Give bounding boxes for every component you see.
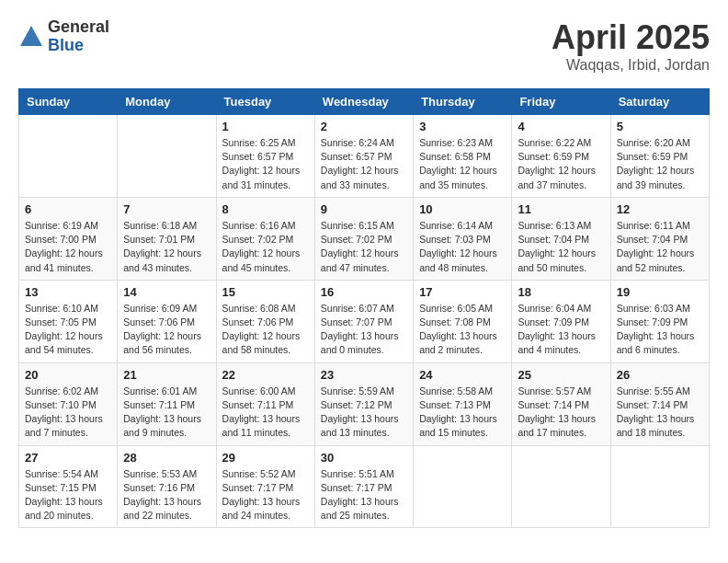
calendar-cell: 9Sunrise: 6:15 AM Sunset: 7:02 PM Daylig… [314, 197, 413, 280]
day-number: 28 [123, 451, 210, 465]
week-row-3: 13Sunrise: 6:10 AM Sunset: 7:05 PM Dayli… [19, 280, 710, 362]
day-number: 1 [222, 120, 309, 133]
week-row-4: 20Sunrise: 6:02 AM Sunset: 7:10 PM Dayli… [19, 362, 710, 445]
day-info: Sunrise: 6:03 AM Sunset: 7:09 PM Dayligh… [617, 302, 703, 358]
day-info: Sunrise: 6:00 AM Sunset: 7:11 PM Dayligh… [222, 385, 309, 441]
day-info: Sunrise: 6:05 AM Sunset: 7:08 PM Dayligh… [419, 302, 506, 358]
day-number: 16 [321, 285, 407, 299]
day-info: Sunrise: 6:19 AM Sunset: 7:00 PM Dayligh… [25, 219, 111, 275]
day-info: Sunrise: 6:23 AM Sunset: 6:58 PM Dayligh… [419, 136, 506, 192]
day-number: 5 [617, 120, 703, 133]
day-info: Sunrise: 6:09 AM Sunset: 7:06 PM Dayligh… [123, 302, 210, 358]
day-info: Sunrise: 6:24 AM Sunset: 6:57 PM Dayligh… [321, 136, 407, 192]
day-info: Sunrise: 6:14 AM Sunset: 7:03 PM Dayligh… [419, 219, 506, 275]
calendar-table: SundayMondayTuesdayWednesdayThursdayFrid… [18, 88, 710, 528]
calendar-cell: 22Sunrise: 6:00 AM Sunset: 7:11 PM Dayli… [216, 362, 314, 445]
day-info: Sunrise: 6:11 AM Sunset: 7:04 PM Dayligh… [617, 219, 703, 275]
weekday-header-saturday: Saturday [610, 89, 709, 115]
day-number: 17 [419, 285, 506, 299]
logo: General Blue [18, 18, 109, 55]
calendar-cell: 1Sunrise: 6:25 AM Sunset: 6:57 PM Daylig… [216, 115, 314, 198]
calendar-cell [512, 445, 610, 528]
day-info: Sunrise: 6:18 AM Sunset: 7:01 PM Dayligh… [123, 219, 210, 275]
day-info: Sunrise: 5:51 AM Sunset: 7:17 PM Dayligh… [321, 467, 407, 523]
page-container: General Blue April 2025 Waqqas, Irbid, J… [18, 18, 710, 528]
calendar-cell: 13Sunrise: 6:10 AM Sunset: 7:05 PM Dayli… [19, 280, 118, 362]
day-number: 24 [419, 368, 506, 382]
logo-icon [18, 24, 44, 50]
day-number: 14 [123, 285, 210, 299]
weekday-header-thursday: Thursday [414, 89, 512, 115]
day-info: Sunrise: 6:22 AM Sunset: 6:59 PM Dayligh… [518, 136, 604, 192]
calendar-cell: 19Sunrise: 6:03 AM Sunset: 7:09 PM Dayli… [610, 280, 709, 362]
day-info: Sunrise: 6:07 AM Sunset: 7:07 PM Dayligh… [321, 302, 407, 358]
weekday-header-wednesday: Wednesday [314, 89, 413, 115]
day-number: 2 [321, 120, 407, 133]
day-number: 22 [222, 368, 309, 382]
header: General Blue April 2025 Waqqas, Irbid, J… [18, 18, 710, 74]
day-number: 23 [321, 368, 407, 382]
day-number: 21 [123, 368, 210, 382]
calendar-cell: 28Sunrise: 5:53 AM Sunset: 7:16 PM Dayli… [118, 445, 216, 528]
day-number: 4 [518, 120, 604, 133]
calendar-cell: 24Sunrise: 5:58 AM Sunset: 7:13 PM Dayli… [414, 362, 512, 445]
day-info: Sunrise: 5:53 AM Sunset: 7:16 PM Dayligh… [123, 467, 210, 523]
calendar-cell [414, 445, 512, 528]
day-number: 19 [617, 285, 703, 299]
logo-text: General Blue [48, 18, 109, 55]
calendar-cell: 3Sunrise: 6:23 AM Sunset: 6:58 PM Daylig… [414, 115, 512, 198]
day-number: 30 [321, 451, 407, 465]
calendar-subtitle: Waqqas, Irbid, Jordan [552, 57, 710, 74]
weekday-header-sunday: Sunday [19, 89, 118, 115]
calendar-cell: 26Sunrise: 5:55 AM Sunset: 7:14 PM Dayli… [610, 362, 709, 445]
logo-blue-text: Blue [48, 37, 109, 55]
calendar-cell: 30Sunrise: 5:51 AM Sunset: 7:17 PM Dayli… [314, 445, 413, 528]
day-number: 12 [617, 202, 703, 216]
calendar-cell: 25Sunrise: 5:57 AM Sunset: 7:14 PM Dayli… [512, 362, 610, 445]
weekday-header-row: SundayMondayTuesdayWednesdayThursdayFrid… [19, 89, 710, 115]
day-info: Sunrise: 5:52 AM Sunset: 7:17 PM Dayligh… [222, 467, 309, 523]
day-info: Sunrise: 6:01 AM Sunset: 7:11 PM Dayligh… [123, 385, 210, 441]
calendar-cell: 29Sunrise: 5:52 AM Sunset: 7:17 PM Dayli… [216, 445, 314, 528]
calendar-cell: 27Sunrise: 5:54 AM Sunset: 7:15 PM Dayli… [19, 445, 118, 528]
day-number: 10 [419, 202, 506, 216]
day-info: Sunrise: 5:54 AM Sunset: 7:15 PM Dayligh… [25, 467, 111, 523]
day-info: Sunrise: 6:15 AM Sunset: 7:02 PM Dayligh… [321, 219, 407, 275]
calendar-cell: 21Sunrise: 6:01 AM Sunset: 7:11 PM Dayli… [118, 362, 216, 445]
day-number: 3 [419, 120, 506, 133]
day-number: 18 [518, 285, 604, 299]
week-row-1: 1Sunrise: 6:25 AM Sunset: 6:57 PM Daylig… [19, 115, 710, 198]
calendar-cell [610, 445, 709, 528]
calendar-body: 1Sunrise: 6:25 AM Sunset: 6:57 PM Daylig… [19, 115, 710, 528]
logo-general-text: General [48, 18, 109, 37]
day-info: Sunrise: 5:57 AM Sunset: 7:14 PM Dayligh… [518, 385, 604, 441]
day-info: Sunrise: 5:55 AM Sunset: 7:14 PM Dayligh… [617, 385, 703, 441]
day-info: Sunrise: 6:25 AM Sunset: 6:57 PM Dayligh… [222, 136, 309, 192]
calendar-cell: 20Sunrise: 6:02 AM Sunset: 7:10 PM Dayli… [19, 362, 118, 445]
calendar-cell: 4Sunrise: 6:22 AM Sunset: 6:59 PM Daylig… [512, 115, 610, 198]
svg-marker-0 [20, 26, 42, 46]
calendar-title: April 2025 [552, 18, 710, 57]
calendar-cell: 11Sunrise: 6:13 AM Sunset: 7:04 PM Dayli… [512, 197, 610, 280]
week-row-5: 27Sunrise: 5:54 AM Sunset: 7:15 PM Dayli… [19, 445, 710, 528]
calendar-cell: 5Sunrise: 6:20 AM Sunset: 6:59 PM Daylig… [610, 115, 709, 198]
day-info: Sunrise: 6:10 AM Sunset: 7:05 PM Dayligh… [25, 302, 111, 358]
calendar-cell: 7Sunrise: 6:18 AM Sunset: 7:01 PM Daylig… [118, 197, 216, 280]
calendar-cell [19, 115, 118, 198]
day-info: Sunrise: 6:04 AM Sunset: 7:09 PM Dayligh… [518, 302, 604, 358]
day-info: Sunrise: 6:16 AM Sunset: 7:02 PM Dayligh… [222, 219, 309, 275]
day-info: Sunrise: 6:08 AM Sunset: 7:06 PM Dayligh… [222, 302, 309, 358]
calendar-cell: 23Sunrise: 5:59 AM Sunset: 7:12 PM Dayli… [314, 362, 413, 445]
calendar-cell [118, 115, 216, 198]
day-info: Sunrise: 5:59 AM Sunset: 7:12 PM Dayligh… [321, 385, 407, 441]
day-number: 13 [25, 285, 111, 299]
day-number: 26 [617, 368, 703, 382]
day-info: Sunrise: 6:13 AM Sunset: 7:04 PM Dayligh… [518, 219, 604, 275]
title-section: April 2025 Waqqas, Irbid, Jordan [552, 18, 710, 74]
day-number: 7 [123, 202, 210, 216]
calendar-cell: 2Sunrise: 6:24 AM Sunset: 6:57 PM Daylig… [314, 115, 413, 198]
calendar-cell: 17Sunrise: 6:05 AM Sunset: 7:08 PM Dayli… [414, 280, 512, 362]
calendar-cell: 18Sunrise: 6:04 AM Sunset: 7:09 PM Dayli… [512, 280, 610, 362]
day-info: Sunrise: 5:58 AM Sunset: 7:13 PM Dayligh… [419, 385, 506, 441]
calendar-header: SundayMondayTuesdayWednesdayThursdayFrid… [19, 89, 710, 115]
